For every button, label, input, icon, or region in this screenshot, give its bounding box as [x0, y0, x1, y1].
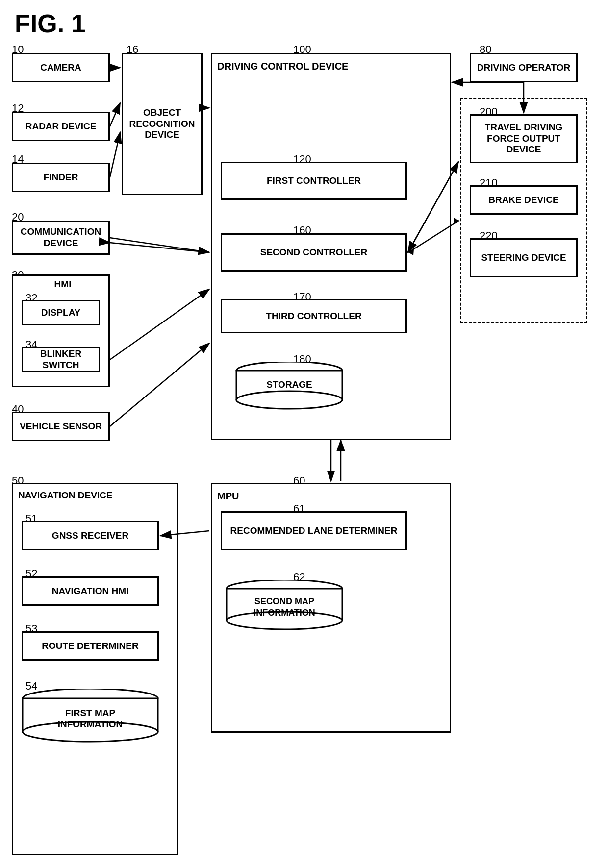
svg-line-24	[110, 289, 209, 360]
vehicle-sensor-box: VEHICLE SENSOR	[12, 412, 110, 441]
page-title: FIG. 1	[15, 9, 85, 38]
gnss-box: GNSS RECEIVER	[22, 521, 159, 550]
svg-text:SECOND MAP: SECOND MAP	[254, 596, 314, 606]
svg-text:INFORMATION: INFORMATION	[253, 608, 315, 618]
svg-line-22	[110, 238, 209, 252]
storage-drum: STORAGE	[235, 362, 343, 411]
display-box: DISPLAY	[22, 300, 100, 325]
svg-point-2	[236, 391, 342, 409]
finder-box: FINDER	[12, 163, 110, 192]
first-controller-box: FIRST CONTROLLER	[221, 162, 407, 200]
route-determiner-box: ROUTE DETERMINER	[22, 631, 159, 661]
svg-text:FIRST MAP: FIRST MAP	[65, 708, 116, 718]
third-controller-box: THIRD CONTROLLER	[221, 299, 407, 333]
second-map-drum: SECOND MAP INFORMATION	[226, 580, 343, 634]
svg-line-19	[110, 103, 120, 126]
nav-hmi-box: NAVIGATION HMI	[22, 576, 159, 606]
brake-box: BRAKE DEVICE	[470, 185, 578, 215]
svg-text:INFORMATION: INFORMATION	[58, 719, 123, 729]
camera-box: CAMERA	[12, 53, 110, 82]
travel-driving-box: TRAVEL DRIVING FORCE OUTPUT DEVICE	[470, 114, 578, 163]
svg-line-25	[110, 343, 209, 426]
first-map-drum: FIRST MAP INFORMATION	[22, 689, 159, 747]
steering-box: STEERING DEVICE	[470, 238, 578, 277]
driving-operator-box: DRIVING OPERATOR	[470, 53, 578, 82]
svg-line-23	[110, 243, 209, 252]
communication-box: COMMUNICATION DEVICE	[12, 221, 110, 255]
recommended-lane-box: RECOMMENDED LANE DETERMINER	[221, 511, 407, 550]
svg-text:STORAGE: STORAGE	[266, 379, 312, 390]
radar-box: RADAR DEVICE	[12, 112, 110, 141]
second-controller-box: SECOND CONTROLLER	[221, 233, 407, 272]
object-recognition-box: OBJECT RECOGNITION DEVICE	[122, 53, 203, 195]
svg-line-20	[110, 132, 120, 177]
blinker-box: BLINKER SWITCH	[22, 347, 100, 372]
svg-marker-31	[454, 218, 459, 224]
